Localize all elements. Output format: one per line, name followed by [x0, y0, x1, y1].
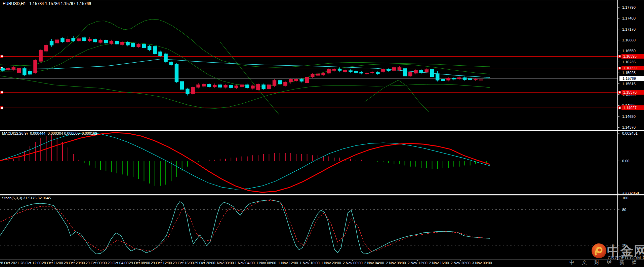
watermark: 中金网 CNGOLD.COM.CN 中 文 财 经 新 媒 体 — [590, 240, 644, 267]
price-tick-label: 1.14370 — [622, 125, 636, 130]
price-tick-label: 1.15925 — [622, 70, 636, 75]
time-tick-label: 29 Oct 12:00 — [151, 261, 172, 265]
price-tick-label: 1.16235 — [622, 60, 636, 64]
price-tick-label: 1.15615 — [622, 81, 636, 86]
stoch-tick-label: 100 — [622, 196, 628, 200]
time-tick-label: 29 Oct 16:00 — [173, 261, 194, 265]
cngold-logo-icon — [591, 243, 607, 259]
price-axis: 1.177901.174801.171701.168601.165501.162… — [618, 0, 644, 267]
time-tick-label: 2 Nov 08:00 — [386, 261, 406, 265]
stochastic-lines — [0, 200, 618, 254]
macd-lines — [0, 133, 490, 192]
time-tick-label: 3 Nov 00:00 — [472, 261, 492, 265]
symbol-period-label: EURUSD,H1 — [3, 1, 26, 6]
level-price-label: 1.15370 — [621, 90, 644, 95]
support-resistance-lines — [0, 55, 621, 109]
macd-tick-label: -0.002858 — [622, 191, 639, 196]
time-tick-label: 2 Nov 16:00 — [429, 261, 449, 265]
time-tick-label: 1 Nov 04:00 — [235, 261, 254, 265]
time-tick-label: 28 Oct 16:00 — [42, 261, 63, 265]
time-tick-label: 2 Nov 04:00 — [364, 261, 384, 265]
time-tick-label: 1 Nov 16:00 — [299, 261, 319, 265]
bollinger-middle — [0, 42, 490, 86]
time-tick-label: 28 Oct 12:00 — [21, 261, 42, 265]
price-tick-label: 1.14680 — [622, 114, 636, 119]
time-tick-label: 29 Oct 08:00 — [129, 261, 150, 265]
time-tick-label: 29 Oct 20:00 — [194, 261, 215, 265]
band-aux-vee — [365, 80, 429, 112]
time-tick-label: 2 Nov 12:00 — [407, 261, 427, 265]
time-tick-label: 28 Oct 20:00 — [64, 261, 85, 265]
price-tick-label: 1.17170 — [622, 27, 636, 32]
trading-terminal-chart: EURUSD,H11.15784 1.15786 1.15767 1.15769… — [0, 0, 644, 267]
time-axis: 28 Oct 202128 Oct 12:0028 Oct 16:0028 Oc… — [0, 260, 618, 267]
level-price-label: 1.14927 — [621, 105, 644, 110]
macd-tick-label: 0.002451 — [622, 131, 638, 136]
macd-indicator-label: MACD(12,26,9) -0.000444 -0.000304 0.0000… — [2, 131, 97, 135]
time-tick-label: 29 Oct 04:00 — [108, 261, 129, 265]
time-tick-label: 1 Nov 00:00 — [214, 261, 234, 265]
macd-tick-label: 0.00 — [622, 159, 629, 163]
watermark-tagline-text: 中 文 财 经 新 媒 体 — [569, 259, 644, 266]
level-price-label: 1.16395 — [621, 54, 644, 59]
ohlc-values: 1.15784 1.15786 1.15767 1.15769 — [29, 1, 91, 6]
price-tick-label: 1.17480 — [622, 16, 636, 21]
panel-borders — [0, 0, 644, 260]
time-tick-label: 28 Oct 2021 — [0, 261, 19, 265]
macd-histogram — [8, 135, 487, 186]
level-price-label: 1.16059 — [621, 66, 644, 70]
bollinger-upper — [0, 19, 490, 67]
stochastic-indicator-label: Stoch(5,3,3) 31.5175 32.0645 — [2, 196, 51, 200]
indicator-overlays — [0, 19, 490, 114]
time-tick-label: 2 Nov 20:00 — [450, 261, 470, 265]
price-tick-label: 1.16550 — [622, 48, 636, 53]
time-tick-label: 1 Nov 08:00 — [256, 261, 276, 265]
stoch-tick-label: 80 — [622, 207, 626, 212]
price-tick-label: 1.16860 — [622, 38, 636, 42]
time-tick-label: 1 Nov 20:00 — [321, 261, 341, 265]
time-tick-label: 1 Nov 12:00 — [278, 261, 298, 265]
chart-title: EURUSD,H11.15784 1.15786 1.15767 1.15769 — [3, 1, 91, 6]
time-tick-label: 29 Oct 00:00 — [86, 261, 107, 265]
price-tick-label: 1.17790 — [622, 5, 636, 10]
time-tick-label: 2 Nov 00:00 — [343, 261, 362, 265]
current-price-label: 1.15769 — [619, 76, 644, 81]
